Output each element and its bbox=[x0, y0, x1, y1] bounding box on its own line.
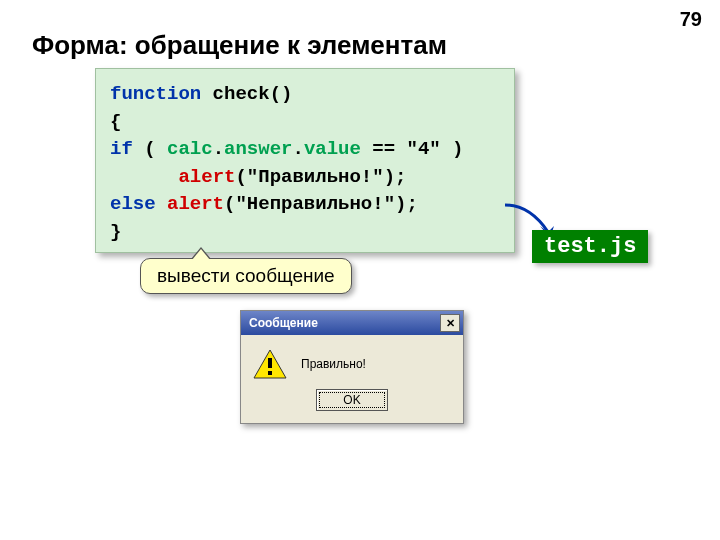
alert-dialog: Сообщение ✕ Правильно! OK bbox=[240, 310, 464, 424]
code-line: function check() bbox=[110, 81, 500, 109]
code-line: } bbox=[110, 219, 500, 247]
code-block: function check() { if ( calc.answer.valu… bbox=[95, 68, 515, 253]
code-text bbox=[156, 193, 167, 215]
callout-text: вывести сообщение bbox=[157, 265, 335, 286]
code-text: . bbox=[213, 138, 224, 160]
keyword-else: else bbox=[110, 193, 156, 215]
svg-rect-1 bbox=[268, 358, 272, 368]
token-alert: alert bbox=[178, 166, 235, 188]
dialog-buttons: OK bbox=[241, 389, 463, 423]
code-indent bbox=[110, 166, 178, 188]
close-button[interactable]: ✕ bbox=[440, 314, 460, 332]
code-text: ("Правильно!"); bbox=[235, 166, 406, 188]
dialog-body: Правильно! bbox=[241, 335, 463, 389]
code-line: else alert("Неправильно!"); bbox=[110, 191, 500, 219]
code-text: . bbox=[292, 138, 303, 160]
keyword-if: if bbox=[110, 138, 133, 160]
code-line: if ( calc.answer.value == "4" ) bbox=[110, 136, 500, 164]
token-value: value bbox=[304, 138, 361, 160]
code-text: == "4" ) bbox=[361, 138, 464, 160]
token-calc: calc bbox=[167, 138, 213, 160]
code-line: alert("Правильно!"); bbox=[110, 164, 500, 192]
dialog-message: Правильно! bbox=[301, 357, 366, 371]
dialog-titlebar: Сообщение ✕ bbox=[241, 311, 463, 335]
token-alert: alert bbox=[167, 193, 224, 215]
page-title: Форма: обращение к элементам bbox=[32, 30, 447, 61]
code-text: ("Неправильно!"); bbox=[224, 193, 418, 215]
keyword-function: function bbox=[110, 83, 201, 105]
code-text: ( bbox=[133, 138, 167, 160]
fn-name: check() bbox=[201, 83, 292, 105]
callout: вывести сообщение bbox=[140, 258, 352, 294]
filename-badge: test.js bbox=[532, 230, 648, 263]
svg-rect-2 bbox=[268, 371, 272, 375]
close-icon: ✕ bbox=[446, 318, 455, 329]
token-answer: answer bbox=[224, 138, 292, 160]
ok-button[interactable]: OK bbox=[316, 389, 388, 411]
dialog-title: Сообщение bbox=[249, 316, 318, 330]
code-line: { bbox=[110, 109, 500, 137]
warning-icon bbox=[253, 349, 287, 379]
page-number: 79 bbox=[680, 8, 702, 31]
